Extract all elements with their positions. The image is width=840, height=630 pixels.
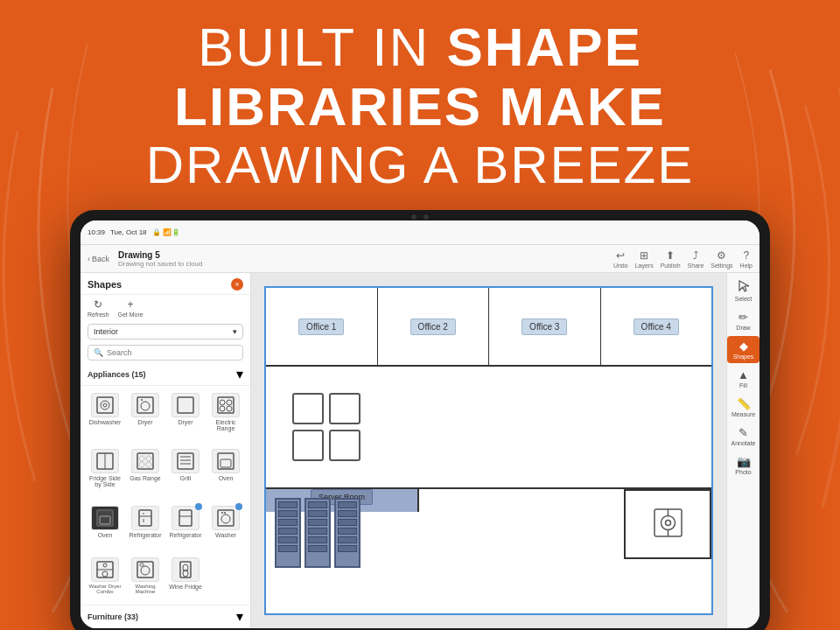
desk-2 [329, 393, 360, 424]
status-bar: 10:39 Tue, Oct 18 🔒 📶 🔋 [80, 220, 760, 245]
shape-wine-fridge[interactable]: Wine Fridge [166, 554, 205, 598]
shape-dryer-1[interactable]: Dryer [126, 389, 164, 444]
dryer-2-icon [172, 393, 200, 417]
toolbar-settings[interactable]: ⚙ Settings [710, 249, 732, 269]
rack-2 [304, 498, 331, 568]
svg-point-42 [141, 566, 150, 575]
furniture-expand-icon[interactable]: ▾ [236, 608, 243, 625]
furniture-title: Furniture (33) [88, 612, 138, 621]
toolbar-help[interactable]: ? Help [740, 249, 752, 269]
select-icon [738, 280, 750, 295]
shape-gas-range[interactable]: Gas Range [126, 445, 164, 500]
fridge-side-icon [91, 449, 119, 473]
get-more-action[interactable]: + Get More [118, 298, 144, 318]
utility-room [624, 489, 711, 559]
rack-unit [278, 528, 298, 535]
tool-photo[interactable]: 📷 Photo [727, 452, 760, 479]
shape-oven-2[interactable]: Oven [86, 502, 124, 550]
refresh-action[interactable]: ↻ Refresh [88, 298, 109, 318]
desk-3 [292, 430, 324, 461]
floor-plan-canvas: Office 1 Office 2 Office 3 Office 4 [264, 286, 713, 615]
rack-unit [278, 519, 298, 526]
app-main: Shapes × ↻ Refresh + Get More [80, 273, 760, 628]
measure-icon: 📏 [737, 397, 751, 410]
tool-measure[interactable]: 📏 Measure [727, 394, 760, 421]
svg-point-1 [101, 401, 109, 410]
svg-point-48 [661, 515, 675, 529]
toolbar-layers[interactable]: ⊞ Layers [635, 249, 654, 269]
rack-unit [308, 528, 327, 535]
rack-unit [278, 510, 298, 517]
appliances-title: Appliances (15) [88, 370, 146, 379]
photo-icon: 📷 [737, 455, 751, 468]
office-3-label: Office 3 [522, 318, 567, 335]
svg-point-18 [146, 462, 151, 467]
fill-icon: ▲ [738, 368, 749, 382]
search-input[interactable] [107, 348, 237, 357]
shape-fridge-side[interactable]: Fridge Side by Side [86, 445, 124, 500]
server-racks [275, 498, 360, 568]
grill-icon [172, 449, 200, 473]
gas-range-icon [131, 449, 159, 473]
canvas-area[interactable]: Office 1 Office 2 Office 3 Office 4 [251, 273, 726, 628]
appliances-category-header: Appliances (15) ▾ [80, 363, 250, 386]
rack-unit [308, 501, 327, 508]
offices-row: Office 1 Office 2 Office 3 Office 4 [266, 288, 711, 367]
svg-point-17 [139, 462, 144, 467]
shape-washer-dryer[interactable]: Washer Dryer Combo [86, 554, 124, 598]
shape-refrigerator-2[interactable]: Refrigerator [166, 502, 205, 550]
svg-point-35 [221, 512, 223, 514]
tablet-screen: 10:39 Tue, Oct 18 🔒 📶 🔋 ‹ Back Drawing 5… [80, 220, 760, 628]
shape-dishwasher[interactable]: Dishwasher [86, 389, 124, 444]
document-title: Drawing 5 [118, 250, 203, 260]
svg-rect-0 [97, 397, 113, 413]
svg-rect-6 [178, 397, 193, 413]
toolbar-undo[interactable]: ↩ Undo [613, 249, 628, 269]
shape-refrigerator[interactable]: Refrigerator [126, 502, 164, 550]
svg-marker-52 [739, 281, 749, 291]
toolbar-publish[interactable]: ⬆ Publish [661, 249, 681, 269]
svg-point-2 [103, 403, 107, 407]
svg-rect-24 [220, 459, 231, 467]
shape-oven[interactable]: Oven [206, 445, 245, 500]
svg-point-4 [141, 402, 150, 410]
tool-fill[interactable]: ▲ Fill [727, 365, 760, 392]
panel-close-button[interactable]: × [231, 278, 243, 290]
status-icons: 🔒 📶 [152, 228, 172, 236]
toolbar-icons-group: ↩ Undo ⊞ Layers ⬆ Publish ⤴ Share [613, 249, 752, 269]
tool-select[interactable]: Select [727, 276, 760, 305]
shapes-grid: Dishwasher Dryer Dryer [80, 386, 250, 554]
desk-4 [329, 430, 360, 461]
rack-unit [308, 510, 327, 517]
shape-grill[interactable]: Grill [166, 445, 205, 500]
tool-draw[interactable]: ✏ Draw [727, 307, 760, 334]
toolbar-share[interactable]: ⤴ Share [688, 249, 704, 269]
shape-washing-machine[interactable]: Washing Machine [126, 554, 164, 598]
document-subtitle: Drawing not saved to cloud [118, 260, 203, 268]
back-button[interactable]: ‹ Back [88, 255, 109, 263]
svg-point-36 [224, 512, 226, 514]
hero-line-3: DRAWING A BREEZE [0, 136, 840, 194]
svg-rect-31 [179, 510, 192, 526]
appliances-expand-icon[interactable]: ▾ [236, 366, 243, 382]
svg-point-34 [221, 514, 230, 523]
svg-point-16 [146, 456, 151, 461]
svg-point-11 [227, 406, 232, 411]
shape-dryer-2[interactable]: Dryer [166, 389, 205, 444]
help-icon: ? [743, 249, 749, 262]
svg-point-46 [183, 570, 188, 577]
shape-electric-range[interactable]: Electric Range [206, 389, 245, 444]
layers-icon: ⊞ [640, 249, 648, 262]
svg-rect-19 [178, 453, 193, 469]
shape-washer[interactable]: Washer [206, 502, 245, 550]
rack-unit [308, 536, 327, 543]
svg-point-9 [227, 400, 232, 405]
app-toolbar: ‹ Back Drawing 5 Drawing not saved to cl… [80, 245, 760, 273]
tool-shapes[interactable]: ◆ Shapes [727, 336, 760, 363]
electric-range-icon [212, 393, 240, 417]
tablet-camera [411, 214, 429, 220]
tool-annotate[interactable]: ✎ Annotate [727, 423, 760, 450]
share-icon: ⤴ [693, 249, 698, 262]
category-dropdown[interactable]: Interior ▾ [88, 324, 243, 340]
refrigerator-icon [131, 506, 159, 530]
